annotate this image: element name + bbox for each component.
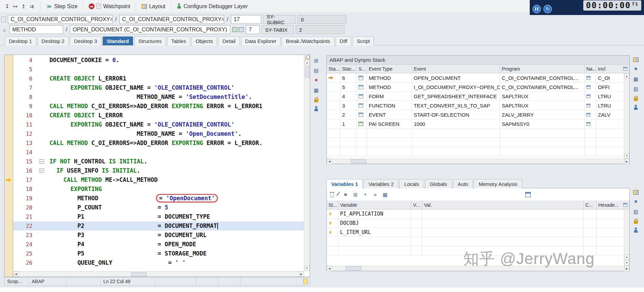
step-size-icon[interactable]: ≫ bbox=[46, 3, 52, 10]
code-line-11[interactable]: 11 EXPORTING OBJECT_NAME = 'OLE_CONTAINE… bbox=[4, 120, 304, 129]
tab-desktop-2[interactable]: Desktop 2 bbox=[38, 36, 69, 45]
xml-icon[interactable]: ✖ bbox=[313, 77, 319, 83]
vars-tab-locals[interactable]: Locals bbox=[399, 179, 424, 188]
variable-row[interactable]: DOCOBJ bbox=[327, 219, 629, 228]
index-field[interactable]: 7 bbox=[246, 25, 260, 34]
code-line-24[interactable]: 24 P4 = OPEN_MODE bbox=[4, 240, 304, 249]
code-line-25[interactable]: 25 P5 = STORAGE_MODE bbox=[4, 249, 304, 258]
scroll-left-button[interactable]: ◀ bbox=[327, 266, 332, 271]
remove-column-icon[interactable]: ✖ bbox=[342, 192, 349, 198]
code-line-6[interactable]: 6CREATE OBJECT L_ERROR1 bbox=[4, 74, 304, 83]
scroll-right-button[interactable]: ▶ bbox=[624, 266, 629, 271]
user-settings-icon[interactable] bbox=[633, 105, 638, 111]
editor-vertical-scrollbar[interactable]: ▲ ▼ bbox=[304, 55, 310, 271]
step-buttons[interactable]: ↧↦↥⇉ bbox=[3, 3, 36, 10]
step-into-icon[interactable]: ↧ bbox=[4, 3, 10, 10]
column-header[interactable]: Variable bbox=[338, 201, 411, 209]
configure-person-icon[interactable] bbox=[177, 3, 181, 9]
edit-icon[interactable] bbox=[336, 192, 340, 196]
step-return-icon[interactable]: ↥ bbox=[20, 3, 27, 10]
tab-structures[interactable]: Structures bbox=[134, 36, 166, 45]
column-header[interactable]: Event bbox=[412, 64, 500, 73]
column-header[interactable]: V... bbox=[411, 201, 422, 209]
code-line-5[interactable]: 5 bbox=[4, 65, 304, 74]
step-over-icon[interactable]: ↦ bbox=[12, 3, 18, 10]
stack-row[interactable]: 2EVENTSTART-OF-SELECTIONZALV_JERRYZALV bbox=[327, 110, 629, 119]
variable-row[interactable]: L_ITEM_URL bbox=[327, 228, 629, 237]
vars-tab-memory-analysis[interactable]: Memory Analysis bbox=[474, 179, 522, 188]
tab-desktop-1[interactable]: Desktop 1 bbox=[5, 36, 36, 45]
navigation-icon[interactable] bbox=[586, 76, 590, 80]
stack-row[interactable]: 1PAI SCREEN1000SAPMSSY0 bbox=[327, 119, 629, 129]
scroll-down-button[interactable]: ▼ bbox=[624, 153, 629, 158]
stack-row[interactable]: 4FORMGET_SPREADSHEET_INTERFACESAPLTRUXLT… bbox=[327, 92, 629, 101]
stack-row[interactable]: 5METHODI_OI_DOCUMENT_PROXY~OPEN_DOCUM...… bbox=[327, 83, 629, 92]
restart-button[interactable]: ↻ bbox=[543, 5, 552, 13]
code-line-15[interactable]: 15−IF NOT H_CONTROL IS INITIAL. bbox=[4, 157, 304, 166]
column-header[interactable]: Event Type bbox=[367, 64, 412, 73]
column-header[interactable]: Sta... bbox=[327, 64, 340, 73]
code-line-23[interactable]: 23 P3 = DOCUMENT_URL bbox=[4, 231, 304, 240]
event-type-field[interactable]: METHOD bbox=[10, 25, 63, 34]
code-line-7[interactable]: 7 EXPORTING OBJECT_NAME = 'OLE_CONTAINER… bbox=[4, 83, 304, 92]
code-line-21[interactable]: 21 P1 = DOCUMENT_TYPE bbox=[4, 212, 304, 221]
filter-icon[interactable]: ▼ bbox=[362, 192, 368, 198]
lock-icon[interactable] bbox=[634, 221, 638, 224]
column-header[interactable]: St... bbox=[327, 201, 338, 209]
doc-icon[interactable] bbox=[97, 3, 101, 9]
table-icon[interactable]: ▥ bbox=[633, 86, 639, 92]
line-number-field[interactable]: 17 bbox=[231, 15, 261, 24]
pause-button[interactable] bbox=[532, 5, 541, 13]
code-line-12[interactable]: 12 METHOD_NAME = 'Open_Document'. bbox=[4, 129, 304, 138]
watchpoint-button[interactable]: Watchpoint bbox=[87, 3, 131, 10]
scroll-left-button[interactable]: ◀ bbox=[13, 272, 18, 277]
stop-icon[interactable] bbox=[89, 3, 94, 9]
table-icon[interactable]: ▥ bbox=[633, 208, 639, 215]
grid-blue-icon[interactable] bbox=[239, 27, 244, 32]
grid-icon[interactable]: ▦ bbox=[313, 87, 319, 93]
layout-button[interactable]: Layout bbox=[140, 3, 167, 10]
instance-field[interactable]: C_OI_CONTAINER_CONTROL_PROXY=... bbox=[119, 15, 224, 24]
trash-icon[interactable] bbox=[330, 193, 334, 197]
code-line-19[interactable]: 19 METHOD = 'OpenDocument' bbox=[4, 194, 304, 203]
column-header[interactable]: Stac... bbox=[340, 64, 357, 73]
code-line-9[interactable]: 9CALL METHOD C_OI_ERRORS=>ADD_ERROR EXPO… bbox=[4, 102, 304, 111]
tab-script[interactable]: Script bbox=[353, 36, 374, 45]
tab-detail[interactable]: Detail bbox=[218, 36, 239, 45]
horizontal-scroll-thumb[interactable] bbox=[346, 266, 361, 271]
copy-icon[interactable]: ▤ bbox=[313, 67, 319, 73]
column-header[interactable]: S... bbox=[357, 64, 367, 73]
code-line-26[interactable]: 26 QUEUE_ONLY = ' ' bbox=[4, 258, 304, 267]
navigation-icon[interactable] bbox=[586, 122, 590, 126]
tab-data-explorer[interactable]: Data Explorer bbox=[241, 36, 281, 45]
tab-tables[interactable]: Tables bbox=[167, 36, 190, 45]
column-header[interactable]: Val. bbox=[422, 201, 584, 209]
step-size-button[interactable]: ≫ Step Size bbox=[45, 3, 79, 10]
tab-break-watchpoints[interactable]: Break./Watchpoints bbox=[282, 36, 334, 45]
column-header[interactable]: Program bbox=[500, 64, 585, 73]
insert-column-icon[interactable]: ⊞ bbox=[352, 192, 358, 198]
column-header[interactable]: C... bbox=[584, 201, 597, 209]
scroll-right-button[interactable]: ▶ bbox=[299, 272, 304, 277]
scroll-down-button[interactable]: ▼ bbox=[624, 260, 629, 265]
stack-row[interactable]: 6METHODOPEN_DOCUMENTC_OI_CONTAINER_CONTR… bbox=[327, 73, 629, 83]
stack-horizontal-scrollbar[interactable]: ◀ ▶ bbox=[327, 159, 629, 164]
tab-diff[interactable]: Diff bbox=[336, 36, 351, 45]
horizontal-scroll-thumb[interactable] bbox=[351, 159, 366, 163]
vars-tab-auto[interactable]: Auto bbox=[453, 179, 473, 188]
column-header[interactable]: Hexade... bbox=[597, 201, 629, 209]
services-icon[interactable]: ▦ bbox=[382, 192, 388, 198]
vars-tab-variables-2[interactable]: Variables 2 bbox=[364, 179, 398, 188]
navigation-icon[interactable] bbox=[586, 94, 590, 98]
code-line-22[interactable]: 22 P2 = DOCUMENT_FORMAT bbox=[4, 221, 304, 231]
grid-green-icon[interactable] bbox=[232, 27, 237, 32]
code-line-20[interactable]: 20 P_COUNT = 5 bbox=[4, 203, 304, 212]
stack-vertical-scrollbar[interactable]: ▲ ▼ bbox=[624, 73, 629, 159]
navigation-icon[interactable] bbox=[586, 85, 590, 89]
navigation-icon[interactable] bbox=[586, 113, 590, 117]
configure-debugger-layer-button[interactable]: Configure Debugger Layer bbox=[175, 3, 249, 10]
layout-grid-icon[interactable] bbox=[142, 4, 147, 9]
window-icon[interactable]: ⊞ bbox=[313, 57, 319, 63]
user-settings-icon[interactable] bbox=[314, 106, 319, 112]
vars-tab-variables-1[interactable]: Variables 1 bbox=[326, 179, 363, 188]
